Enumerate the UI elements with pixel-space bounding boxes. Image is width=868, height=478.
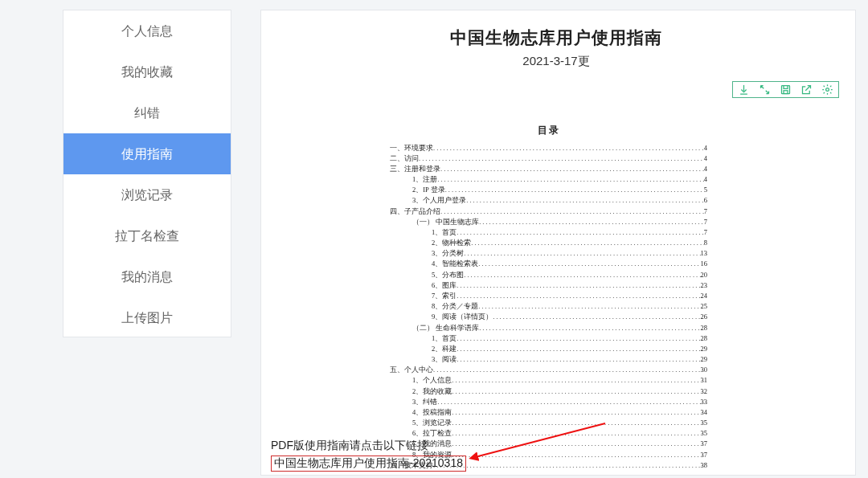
toc-dots: ........................................… — [433, 365, 701, 375]
toc-dots: ........................................… — [437, 174, 704, 185]
toc-label: 1、首页 — [432, 333, 457, 344]
toc-label: 6、拉丁检查 — [412, 428, 452, 439]
toc-row: 1、注册....................................… — [390, 174, 707, 185]
toc-row: 5、分布图...................................… — [390, 270, 707, 280]
toc-dots: ........................................… — [440, 164, 704, 174]
toc-row: 二、访问....................................… — [390, 153, 707, 164]
toc-dots: ........................................… — [493, 312, 700, 322]
toc-label: 6、图库 — [432, 280, 457, 291]
sidebar-item-profile[interactable]: 个人信息 — [63, 10, 231, 51]
toc-page: 35 — [701, 428, 708, 439]
share-icon[interactable] — [800, 84, 813, 96]
toc-label: 9、阅读（详情页） — [432, 312, 493, 322]
toc-dots: ........................................… — [440, 206, 704, 217]
toc-page: 25 — [701, 301, 708, 312]
toc-page: 5 — [704, 185, 707, 195]
toc-dots: ........................................… — [457, 333, 700, 344]
toc-page: 31 — [701, 375, 708, 386]
toc-row: 4、智能检索表.................................… — [390, 259, 707, 269]
toc-row: 3、个人用户登录................................… — [390, 195, 707, 206]
toc-row: 7、索引....................................… — [390, 291, 707, 301]
svg-point-2 — [826, 88, 829, 92]
toc-row: 2、科建....................................… — [390, 344, 707, 354]
sidebar-item-corrections[interactable]: 纠错 — [63, 92, 231, 133]
toc-dots: ........................................… — [478, 259, 700, 269]
doc-date: 2021-3-17更 — [383, 54, 729, 69]
toc-label: 五、个人中心 — [390, 365, 433, 375]
sidebar-item-history[interactable]: 浏览记录 — [63, 174, 231, 215]
toc-row: 三、注册和登录.................................… — [390, 164, 707, 174]
toc-page: 7 — [704, 217, 707, 227]
toc-label: 2、IP 登录 — [412, 185, 445, 195]
toc-label: （一） 中国生物志库 — [412, 217, 479, 227]
toc-label: 5、分布图 — [432, 270, 464, 280]
toc-label: 3、个人用户登录 — [412, 195, 466, 206]
toc-label: 8、分类／专题 — [432, 301, 478, 312]
toc-label: 二、访问 — [390, 153, 419, 164]
svg-rect-0 — [782, 86, 790, 94]
save-icon[interactable] — [780, 84, 792, 96]
toc-label: 7、索引 — [432, 291, 457, 301]
toc-page: 30 — [701, 365, 708, 375]
expand-icon[interactable] — [759, 84, 771, 96]
toc-row: 3、纠错....................................… — [390, 397, 707, 407]
toc-page: 13 — [701, 248, 708, 259]
toc-page: 28 — [701, 333, 708, 344]
toc-label: 3、阅读 — [432, 354, 457, 365]
toc-dots: ........................................… — [445, 185, 704, 195]
toc-row: 6、图库....................................… — [390, 280, 707, 291]
toc-dots: ........................................… — [457, 291, 700, 301]
toc-page: 23 — [701, 280, 708, 291]
sidebar-item-upload-image[interactable]: 上传图片 — [63, 297, 231, 338]
toc-dots: ........................................… — [478, 301, 700, 312]
toc-heading: 目录 — [390, 123, 707, 138]
toc-label: 1、首页 — [432, 227, 457, 238]
pdf-hint-block: PDF版使用指南请点击以下链接 中国生物志库用户使用指南-20210318 — [271, 439, 466, 472]
toc-label: 四、子产品介绍 — [390, 206, 440, 217]
toc-row: 9、阅读（详情页）...............................… — [390, 312, 707, 322]
toc-page: 24 — [701, 291, 708, 301]
sidebar-item-messages[interactable]: 我的消息 — [63, 256, 231, 297]
toc-page: 26 — [701, 312, 708, 322]
toc-page: 28 — [701, 323, 708, 333]
toc-label: 4、投稿指南 — [412, 407, 452, 418]
toc-page: 32 — [701, 386, 708, 397]
toc-page: 6 — [704, 195, 707, 206]
toc-dots: ........................................… — [464, 248, 700, 259]
toolbar — [732, 81, 839, 98]
toc-row: 1、首页....................................… — [390, 333, 707, 344]
toc-label: 1、个人信息 — [412, 375, 452, 386]
toc-row: 2、我的收藏..................................… — [390, 386, 707, 397]
toc-page: 4 — [704, 174, 707, 185]
toc-page: 37 — [701, 439, 708, 449]
toc-page: 37 — [701, 450, 708, 460]
toc-page: 7 — [704, 227, 707, 238]
toc-label: 三、注册和登录 — [390, 164, 440, 174]
sidebar-item-favorites[interactable]: 我的收藏 — [63, 51, 231, 92]
svg-rect-1 — [784, 91, 788, 94]
toc-dots: ........................................… — [479, 217, 704, 227]
toc-label: 2、物种检索 — [432, 238, 471, 248]
annotation-arrow — [469, 420, 613, 468]
toc-page: 33 — [701, 397, 708, 407]
toc-row: 2、物种检索..................................… — [390, 238, 707, 248]
main-panel: 中国生物志库用户使用指南 2021-3-17更 目录 一、环境要求.......… — [260, 10, 856, 476]
toc-dots: ........................................… — [457, 344, 700, 354]
toc-dots: ........................................… — [433, 143, 704, 153]
toc-label: 1、注册 — [412, 174, 437, 185]
toc-page: 20 — [701, 270, 708, 280]
toc-label: 3、纠错 — [412, 397, 437, 407]
toc-dots: ........................................… — [457, 280, 700, 291]
svg-line-3 — [475, 423, 605, 457]
settings-icon[interactable] — [821, 84, 833, 96]
toc-dots: ........................................… — [452, 375, 700, 386]
download-icon[interactable] — [738, 84, 750, 96]
toc-label: 4、智能检索表 — [432, 259, 478, 269]
toc-row: 3、分类树...................................… — [390, 248, 707, 259]
pdf-download-link[interactable]: 中国生物志库用户使用指南-20210318 — [271, 456, 466, 472]
sidebar-item-latin-check[interactable]: 拉丁名检查 — [63, 215, 231, 256]
toc-dots: ........................................… — [457, 354, 700, 365]
sidebar-item-guide[interactable]: 使用指南 — [63, 133, 231, 174]
toc-dots: ........................................… — [457, 227, 704, 238]
toc-label: 一、环境要求 — [390, 143, 433, 153]
